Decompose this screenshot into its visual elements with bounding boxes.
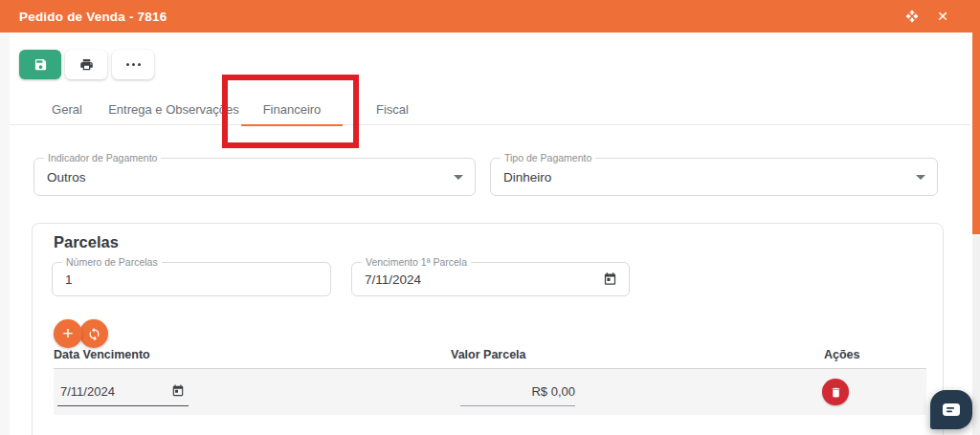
print-button[interactable] xyxy=(65,50,107,79)
page-background-strip xyxy=(0,33,10,435)
tipo-de-pagamento-value: Dinheiro xyxy=(503,159,551,195)
column-header-valor-parcela: Valor Parcela xyxy=(451,348,526,368)
row-data-vencimento-input[interactable]: 7/11/2024 xyxy=(57,377,189,406)
chevron-down-icon xyxy=(454,175,463,180)
ellipsis-icon xyxy=(126,63,129,66)
vencimento-primeira-parcela-value: 7/11/2024 xyxy=(365,263,421,295)
save-icon xyxy=(33,57,48,72)
column-header-data-vencimento: Data Vencimento xyxy=(54,348,150,368)
move-resize-button[interactable] xyxy=(903,8,921,25)
parcelas-card: Parcelas Número de Parcelas 1 Vencimento… xyxy=(32,223,944,435)
numero-de-parcelas-value: 1 xyxy=(65,263,73,295)
tab-entrega-e-observacoes[interactable]: Entrega e Observações xyxy=(106,96,241,125)
row-data-vencimento-value: 7/11/2024 xyxy=(60,384,115,399)
indicador-de-pagamento-value: Outros xyxy=(47,159,86,195)
more-options-button[interactable] xyxy=(112,50,154,79)
recalculate-parcelas-button[interactable] xyxy=(79,319,108,348)
numero-de-parcelas-input[interactable]: Número de Parcelas 1 xyxy=(52,262,331,296)
tipo-de-pagamento-select[interactable]: Tipo de Pagamento Dinheiro xyxy=(490,158,938,196)
chat-widget-button[interactable] xyxy=(930,390,972,429)
table-row: 7/11/2024 R$ 0,00 xyxy=(54,369,926,415)
trash-icon xyxy=(830,386,842,399)
scrollbar-track[interactable] xyxy=(972,33,980,435)
modal-title: Pedido de Venda - 7816 xyxy=(19,10,167,24)
numero-de-parcelas-label: Número de Parcelas xyxy=(62,256,162,268)
move-arrows-icon xyxy=(905,10,919,23)
printer-icon xyxy=(79,57,94,72)
tab-fiscal[interactable]: Fiscal xyxy=(343,96,442,125)
delete-parcela-button[interactable] xyxy=(822,379,849,405)
chevron-down-icon xyxy=(916,175,925,180)
close-button[interactable]: ✕ xyxy=(934,8,951,25)
chat-message-icon xyxy=(942,402,961,418)
calendar-icon[interactable] xyxy=(171,384,185,398)
scrollbar-thumb[interactable] xyxy=(972,33,980,234)
row-valor-parcela-value: R$ 0,00 xyxy=(531,384,575,399)
parcelas-title: Parcelas xyxy=(54,233,119,251)
pedido-de-venda-modal: Pedido de Venda - 7816 ✕ xyxy=(0,0,980,435)
row-valor-parcela-input[interactable]: R$ 0,00 xyxy=(460,377,575,406)
plus-icon: + xyxy=(62,323,73,344)
vencimento-primeira-parcela-input[interactable]: Vencimento 1ª Parcela 7/11/2024 xyxy=(351,262,630,296)
indicador-de-pagamento-select[interactable]: Indicador de Pagamento Outros xyxy=(33,158,476,196)
modal-header: Pedido de Venda - 7816 ✕ xyxy=(0,0,980,33)
close-icon: ✕ xyxy=(937,10,948,23)
sync-icon xyxy=(87,327,101,341)
tab-financeiro[interactable]: Financeiro xyxy=(241,96,343,125)
add-parcela-button[interactable]: + xyxy=(54,319,82,348)
tabs-bar: Geral Entrega e Observações Financeiro F… xyxy=(10,96,970,125)
calendar-icon[interactable] xyxy=(603,272,617,287)
save-button[interactable] xyxy=(19,50,61,79)
column-header-acoes: Ações xyxy=(824,348,860,368)
tab-geral[interactable]: Geral xyxy=(28,96,106,125)
